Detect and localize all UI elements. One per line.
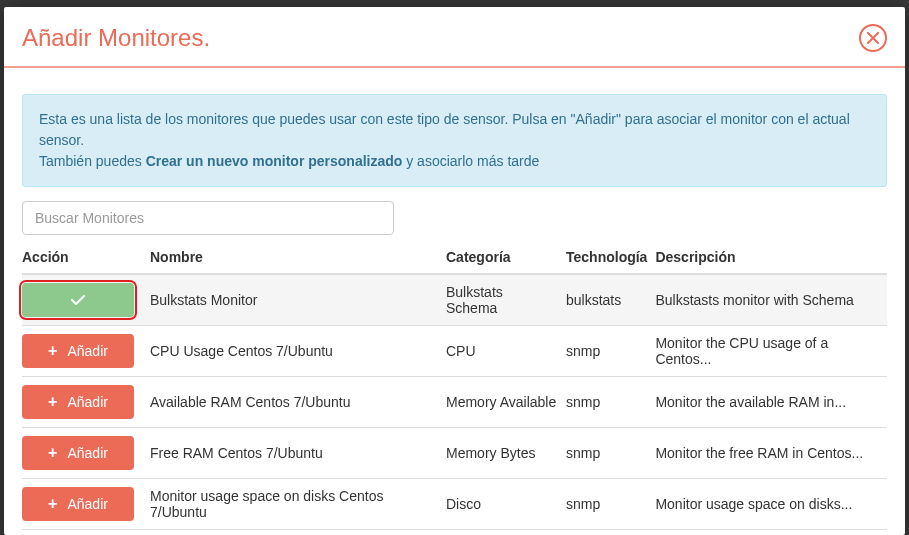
plus-icon: + xyxy=(48,445,57,461)
col-header-technology: Technología xyxy=(566,241,655,274)
add-button[interactable]: +Añadir xyxy=(22,436,134,470)
info-alert: Esta es una lista de los monitores que p… xyxy=(22,94,887,187)
cell-name: CPU Usage Centos 7/Ubuntu xyxy=(150,326,446,377)
create-monitor-link[interactable]: Crear un nuevo monitor personalizado xyxy=(146,153,403,169)
table-row: +AñadirAvailable RAM Centos 7/UbuntuMemo… xyxy=(22,377,887,428)
add-button[interactable]: +Añadir xyxy=(22,385,134,419)
cell-category: Disco xyxy=(446,479,566,530)
add-button[interactable]: +Añadir xyxy=(22,487,134,521)
info-text-2-pre: También puedes xyxy=(39,153,146,169)
cell-category: Bulkstats Schema xyxy=(446,274,566,326)
col-header-category: Categoría xyxy=(446,241,566,274)
plus-icon: + xyxy=(48,496,57,512)
cell-technology: snmp xyxy=(566,377,655,428)
table-row: Bulkstats MonitorBulkstats Schemabulksta… xyxy=(22,274,887,326)
cell-description: Bulkstasts monitor with Schema xyxy=(655,274,887,326)
table-row: +AñadirCPU Usage Centos 7/UbuntuCPUsnmpM… xyxy=(22,326,887,377)
table-row: +AñadirFree RAM Centos 7/UbuntuMemory By… xyxy=(22,428,887,479)
cell-description: Monitor the CPU usage of a Centos... xyxy=(655,326,887,377)
cell-name: Free RAM Centos 7/Ubuntu xyxy=(150,428,446,479)
col-header-action: Acción xyxy=(22,241,150,274)
add-button-label: Añadir xyxy=(67,394,107,410)
cell-description: Monitor the available RAM in... xyxy=(655,377,887,428)
cell-category: Carga xyxy=(446,530,566,536)
add-monitors-modal: Añadir Monitores. Esta es una lista de l… xyxy=(4,7,905,535)
cell-technology: snmp xyxy=(566,326,655,377)
add-button-label: Añadir xyxy=(67,343,107,359)
cell-name: Available RAM Centos 7/Ubuntu xyxy=(150,377,446,428)
table-row: +AñadirMonitor usage space on disks Cent… xyxy=(22,479,887,530)
cell-category: Memory Available xyxy=(446,377,566,428)
cell-name: Monitor usage space on disks Centos 7/Ub… xyxy=(150,479,446,530)
cell-description: Monitor the free RAM in Centos... xyxy=(655,428,887,479)
col-header-description: Descripción xyxy=(655,241,887,274)
modal-body: Esta es una lista de los monitores que p… xyxy=(4,68,905,535)
cell-technology: bulkstats xyxy=(566,274,655,326)
monitors-table: Acción Nombre Categoría Technología Desc… xyxy=(22,241,887,535)
cell-description: Monitor the last minute load of a... xyxy=(655,530,887,536)
table-row: +AñadirCPU Load Centos 7/UbuntuCargasnmp… xyxy=(22,530,887,536)
check-icon xyxy=(71,295,85,306)
added-button[interactable] xyxy=(22,283,134,317)
cell-technology: snmp xyxy=(566,428,655,479)
add-button-label: Añadir xyxy=(67,496,107,512)
modal-header: Añadir Monitores. xyxy=(4,7,905,66)
add-button[interactable]: +Añadir xyxy=(22,334,134,368)
close-button[interactable] xyxy=(859,24,887,52)
add-button-label: Añadir xyxy=(67,445,107,461)
info-text-1: Esta es una lista de los monitores que p… xyxy=(39,111,850,148)
cell-category: CPU xyxy=(446,326,566,377)
col-header-name: Nombre xyxy=(150,241,446,274)
cell-description: Monitor usage space on disks... xyxy=(655,479,887,530)
close-icon xyxy=(867,32,879,44)
cell-category: Memory Bytes xyxy=(446,428,566,479)
plus-icon: + xyxy=(48,394,57,410)
plus-icon: + xyxy=(48,343,57,359)
modal-title: Añadir Monitores. xyxy=(22,24,210,52)
cell-technology: snmp xyxy=(566,479,655,530)
info-text-2-post: y asociarlo más tarde xyxy=(402,153,539,169)
cell-name: CPU Load Centos 7/Ubuntu xyxy=(150,530,446,536)
search-input[interactable] xyxy=(22,201,394,235)
cell-technology: snmp xyxy=(566,530,655,536)
cell-name: Bulkstats Monitor xyxy=(150,274,446,326)
